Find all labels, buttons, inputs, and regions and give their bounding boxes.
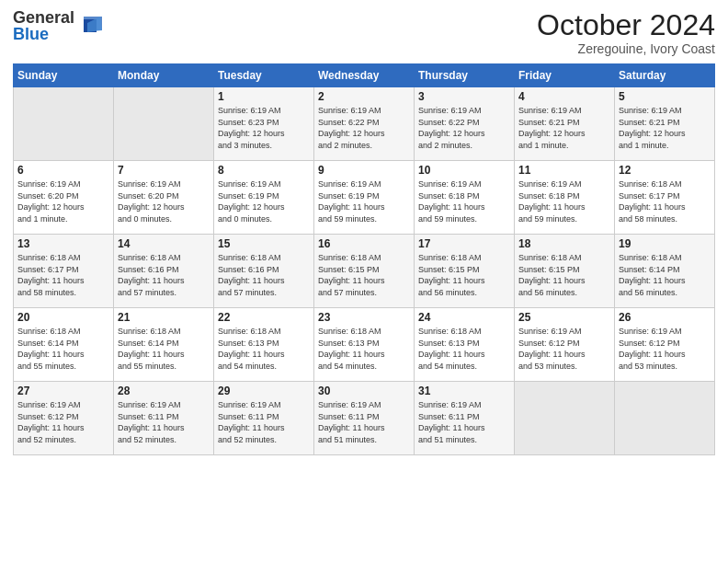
col-sunday: Sunday (14, 64, 114, 87)
day-number: 29 (218, 385, 310, 397)
calendar-cell: 13Sunrise: 6:18 AM Sunset: 6:17 PM Dayli… (14, 235, 114, 308)
day-info: Sunrise: 6:19 AM Sunset: 6:20 PM Dayligh… (17, 178, 109, 224)
day-number: 3 (418, 90, 510, 103)
day-number: 23 (318, 311, 410, 324)
calendar-cell (114, 87, 214, 161)
calendar-cell: 10Sunrise: 6:19 AM Sunset: 6:18 PM Dayli… (415, 161, 515, 235)
day-number: 18 (518, 237, 610, 250)
calendar-cell: 12Sunrise: 6:18 AM Sunset: 6:17 PM Dayli… (615, 161, 715, 235)
day-info: Sunrise: 6:18 AM Sunset: 6:17 PM Dayligh… (17, 252, 109, 298)
logo-blue: Blue (13, 26, 74, 42)
day-number: 15 (218, 237, 310, 250)
day-info: Sunrise: 6:19 AM Sunset: 6:23 PM Dayligh… (218, 105, 310, 151)
calendar-cell: 21Sunrise: 6:18 AM Sunset: 6:14 PM Dayli… (114, 308, 214, 382)
day-number: 30 (318, 385, 410, 397)
day-number: 2 (318, 90, 410, 103)
logo-icon (76, 12, 104, 40)
calendar-cell: 27Sunrise: 6:19 AM Sunset: 6:12 PM Dayli… (14, 382, 114, 455)
day-info: Sunrise: 6:18 AM Sunset: 6:15 PM Dayligh… (418, 252, 510, 298)
calendar-cell: 19Sunrise: 6:18 AM Sunset: 6:14 PM Dayli… (615, 235, 715, 308)
day-number: 13 (17, 237, 109, 250)
calendar-table: Sunday Monday Tuesday Wednesday Thursday… (13, 63, 715, 455)
calendar-cell: 4Sunrise: 6:19 AM Sunset: 6:21 PM Daylig… (515, 87, 615, 161)
logo: General Blue (13, 9, 104, 42)
calendar-cell: 31Sunrise: 6:19 AM Sunset: 6:11 PM Dayli… (415, 382, 515, 455)
day-info: Sunrise: 6:18 AM Sunset: 6:13 PM Dayligh… (318, 326, 410, 372)
calendar-cell: 6Sunrise: 6:19 AM Sunset: 6:20 PM Daylig… (14, 161, 114, 235)
day-info: Sunrise: 6:18 AM Sunset: 6:13 PM Dayligh… (218, 326, 310, 372)
day-info: Sunrise: 6:19 AM Sunset: 6:12 PM Dayligh… (619, 326, 711, 372)
day-info: Sunrise: 6:19 AM Sunset: 6:19 PM Dayligh… (318, 178, 410, 224)
calendar-cell: 28Sunrise: 6:19 AM Sunset: 6:11 PM Dayli… (114, 382, 214, 455)
calendar-cell: 14Sunrise: 6:18 AM Sunset: 6:16 PM Dayli… (114, 235, 214, 308)
day-info: Sunrise: 6:18 AM Sunset: 6:15 PM Dayligh… (318, 252, 410, 298)
logo-text: General Blue (13, 9, 74, 42)
day-info: Sunrise: 6:18 AM Sunset: 6:16 PM Dayligh… (118, 252, 210, 298)
day-number: 14 (118, 237, 210, 250)
day-info: Sunrise: 6:19 AM Sunset: 6:20 PM Dayligh… (118, 178, 210, 224)
day-number: 20 (17, 311, 109, 324)
day-info: Sunrise: 6:19 AM Sunset: 6:19 PM Dayligh… (218, 178, 310, 224)
day-info: Sunrise: 6:18 AM Sunset: 6:16 PM Dayligh… (218, 252, 310, 298)
col-friday: Friday (515, 64, 615, 87)
calendar-cell (615, 382, 715, 455)
day-info: Sunrise: 6:19 AM Sunset: 6:11 PM Dayligh… (218, 399, 310, 445)
calendar-cell: 29Sunrise: 6:19 AM Sunset: 6:11 PM Dayli… (214, 382, 314, 455)
day-number: 31 (418, 385, 510, 397)
day-number: 6 (17, 164, 109, 177)
day-number: 16 (318, 237, 410, 250)
calendar-cell: 9Sunrise: 6:19 AM Sunset: 6:19 PM Daylig… (314, 161, 415, 235)
calendar-week-row: 20Sunrise: 6:18 AM Sunset: 6:14 PM Dayli… (14, 308, 715, 382)
day-number: 21 (118, 311, 210, 324)
calendar-cell: 17Sunrise: 6:18 AM Sunset: 6:15 PM Dayli… (415, 235, 515, 308)
calendar-cell: 30Sunrise: 6:19 AM Sunset: 6:11 PM Dayli… (314, 382, 415, 455)
day-info: Sunrise: 6:19 AM Sunset: 6:22 PM Dayligh… (418, 105, 510, 151)
day-number: 25 (518, 311, 610, 324)
day-number: 27 (17, 385, 109, 397)
day-info: Sunrise: 6:18 AM Sunset: 6:14 PM Dayligh… (118, 326, 210, 372)
calendar-cell: 22Sunrise: 6:18 AM Sunset: 6:13 PM Dayli… (214, 308, 314, 382)
day-number: 28 (118, 385, 210, 397)
day-number: 9 (318, 164, 410, 177)
calendar-cell: 2Sunrise: 6:19 AM Sunset: 6:22 PM Daylig… (314, 87, 415, 161)
day-number: 10 (418, 164, 510, 177)
calendar-cell: 25Sunrise: 6:19 AM Sunset: 6:12 PM Dayli… (515, 308, 615, 382)
day-info: Sunrise: 6:19 AM Sunset: 6:22 PM Dayligh… (318, 105, 410, 151)
logo-general: General (13, 9, 74, 26)
day-number: 11 (518, 164, 610, 177)
day-number: 17 (418, 237, 510, 250)
day-info: Sunrise: 6:19 AM Sunset: 6:18 PM Dayligh… (518, 178, 610, 224)
month-title: October 2024 (537, 9, 715, 41)
day-number: 12 (619, 164, 711, 177)
calendar-cell: 18Sunrise: 6:18 AM Sunset: 6:15 PM Dayli… (515, 235, 615, 308)
calendar-cell: 24Sunrise: 6:18 AM Sunset: 6:13 PM Dayli… (415, 308, 515, 382)
col-monday: Monday (114, 64, 214, 87)
calendar-week-row: 1Sunrise: 6:19 AM Sunset: 6:23 PM Daylig… (14, 87, 715, 161)
calendar-cell: 3Sunrise: 6:19 AM Sunset: 6:22 PM Daylig… (415, 87, 515, 161)
day-number: 22 (218, 311, 310, 324)
day-info: Sunrise: 6:18 AM Sunset: 6:15 PM Dayligh… (518, 252, 610, 298)
day-info: Sunrise: 6:18 AM Sunset: 6:17 PM Dayligh… (619, 178, 711, 224)
day-info: Sunrise: 6:18 AM Sunset: 6:14 PM Dayligh… (619, 252, 711, 298)
day-info: Sunrise: 6:19 AM Sunset: 6:21 PM Dayligh… (518, 105, 610, 151)
day-number: 5 (619, 90, 711, 103)
calendar-week-row: 13Sunrise: 6:18 AM Sunset: 6:17 PM Dayli… (14, 235, 715, 308)
calendar-header-row: Sunday Monday Tuesday Wednesday Thursday… (14, 64, 715, 87)
calendar-cell: 7Sunrise: 6:19 AM Sunset: 6:20 PM Daylig… (114, 161, 214, 235)
day-number: 19 (619, 237, 711, 250)
page: General Blue October 2024 Zeregouine, Iv… (0, 0, 728, 563)
title-block: October 2024 Zeregouine, Ivory Coast (537, 9, 715, 56)
day-info: Sunrise: 6:19 AM Sunset: 6:11 PM Dayligh… (418, 399, 510, 445)
calendar-cell: 20Sunrise: 6:18 AM Sunset: 6:14 PM Dayli… (14, 308, 114, 382)
calendar-cell: 8Sunrise: 6:19 AM Sunset: 6:19 PM Daylig… (214, 161, 314, 235)
day-info: Sunrise: 6:18 AM Sunset: 6:14 PM Dayligh… (17, 326, 109, 372)
day-info: Sunrise: 6:19 AM Sunset: 6:11 PM Dayligh… (318, 399, 410, 445)
day-info: Sunrise: 6:19 AM Sunset: 6:12 PM Dayligh… (518, 326, 610, 372)
col-tuesday: Tuesday (214, 64, 314, 87)
calendar-cell: 11Sunrise: 6:19 AM Sunset: 6:18 PM Dayli… (515, 161, 615, 235)
day-number: 1 (218, 90, 310, 103)
calendar-cell (14, 87, 114, 161)
col-thursday: Thursday (415, 64, 515, 87)
calendar-week-row: 6Sunrise: 6:19 AM Sunset: 6:20 PM Daylig… (14, 161, 715, 235)
calendar-cell: 23Sunrise: 6:18 AM Sunset: 6:13 PM Dayli… (314, 308, 415, 382)
